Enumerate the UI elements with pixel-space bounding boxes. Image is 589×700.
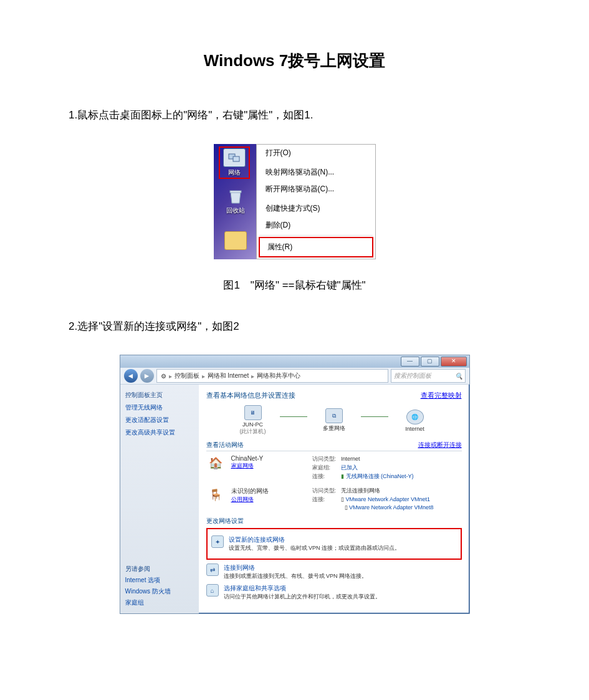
svg-rect-1 [233,156,239,161]
trash-icon [225,188,246,205]
figure-1: 网络 回收站 打开(O) 映射网络驱动器(N)... 断开网络驱动器(C)... [69,144,520,259]
adapter-icon: ▯ [345,504,348,511]
page-title: Windows 7拨号上网设置 [69,50,520,72]
sidebar-link-homegroup[interactable]: 家庭组 [125,598,194,607]
menu-properties-highlight: 属性(R) [259,237,373,257]
connect-disconnect-link[interactable]: 连接或断开连接 [418,441,462,449]
connection-value-1[interactable]: VMware Network Adapter VMnet1 [346,496,431,502]
homegroup-value[interactable]: 已加入 [341,464,358,471]
step-1-text: 1.鼠标点击桌面图标上的"网络"，右键"属性"，如图1. [69,106,520,125]
minimize-button[interactable]: — [401,357,419,367]
highlighted-action-box: ✦ 设置新的连接或网络 设置无线、宽带、拨号、临时或 VPN 连接；或设置路由器… [206,528,462,560]
access-label: 访问类型: [312,455,340,463]
content-heading: 查看基本网络信息并设置连接 [206,391,295,400]
network-map: 🖥 JUN-PC (此计算机) ⧉ 多重网络 🌐 Internet [206,405,462,436]
close-button[interactable]: ✕ [441,357,467,367]
view-full-map-link[interactable]: 查看完整映射 [421,391,462,400]
network-name: ChinaNet-Y [231,455,306,462]
menu-create-shortcut[interactable]: 创建快捷方式(S) [257,200,375,217]
network-icon [223,148,246,167]
adapter-icon: ▯ [341,496,344,502]
crumb-control-panel[interactable]: 控制面板 [175,372,199,380]
network-row-unidentified: 🪑 未识别的网络 公用网络 访问类型: 无法连接到网络 连接: ▯ VMware… [206,487,462,511]
sidebar-header: 控制面板主页 [125,391,194,400]
network-line [361,416,388,418]
address-bar: ◄ ► ⚙ ▸ 控制面板 ▸ 网络和 Internet ▸ 网络和共享中心 搜索… [120,368,469,385]
connection-value-2[interactable]: VMware Network Adapter VMnet8 [349,504,434,511]
node-pc-sublabel: (此计算机) [240,428,266,436]
menu-open[interactable]: 打开(O) [257,145,375,161]
action-title: 设置新的连接或网络 [229,535,401,544]
node-multi-label: 多重网络 [323,424,345,433]
network-line [280,416,307,418]
crumb-network-internet[interactable]: 网络和 Internet [208,372,249,380]
homegroup-icon: ⌂ [206,584,219,597]
recycle-bin-icon[interactable]: 回收站 [220,188,251,215]
node-pc-label: JUN-PC [242,421,263,428]
search-icon: 🔍 [455,373,462,380]
sidebar-see-also: 另请参阅 [125,565,194,573]
change-settings-header: 更改网络设置 [206,517,462,525]
context-menu: 打开(O) 映射网络驱动器(N)... 断开网络驱动器(C)... 创建快捷方式… [256,144,376,259]
menu-delete[interactable]: 删除(D) [257,217,375,234]
nav-back-button[interactable]: ◄ [124,369,138,383]
action-homegroup-sharing[interactable]: ⌂ 选择家庭组和共享选项 访问位于其他网络计算机上的文件和打印机，或更改共享设置… [206,584,462,601]
maximize-button[interactable]: ▢ [421,357,439,367]
action-title: 选择家庭组和共享选项 [224,584,381,593]
svg-rect-2 [230,191,241,193]
network-row-chinanet: 🏠 ChinaNet-Y 家庭网络 访问类型: Internet 家庭组: 已加… [206,455,462,481]
sidebar-link-wireless[interactable]: 管理无线网络 [125,403,194,412]
action-desc: 连接到或重新连接到无线、有线、拨号或 VPN 网络连接。 [224,572,368,580]
network-icon-label: 网络 [228,168,241,177]
action-desc: 访问位于其他网络计算机上的文件和打印机，或更改共享设置。 [224,593,381,601]
menu-map-drive[interactable]: 映射网络驱动器(N)... [257,164,375,181]
action-setup-new-connection[interactable]: ✦ 设置新的连接或网络 设置无线、宽带、拨号、临时或 VPN 连接；或设置路由器… [211,535,457,552]
control-panel-icon: ⚙ [161,373,166,380]
setup-connection-icon: ✦ [211,535,224,548]
network-type-link[interactable]: 公用网络 [231,496,254,502]
network-desktop-icon[interactable]: 网络 [219,146,250,179]
node-internet-label: Internet [405,426,424,432]
access-label: 访问类型: [312,487,340,495]
search-placeholder: 搜索控制面板 [394,372,431,380]
figure-1-caption: 图1 "网络" ==鼠标右键"属性" [69,278,520,292]
network-type-link[interactable]: 家庭网络 [231,463,254,469]
menu-disconnect-drive[interactable]: 断开网络驱动器(C)... [257,181,375,198]
content-panel: 查看基本网络信息并设置连接 查看完整映射 🖥 JUN-PC (此计算机) ⧉ 多… [199,385,469,613]
breadcrumb[interactable]: ⚙ ▸ 控制面板 ▸ 网络和 Internet ▸ 网络和共享中心 [156,369,388,383]
connection-value[interactable]: 无线网络连接 (ChinaNet-Y) [346,473,414,479]
desktop-background: 网络 回收站 [214,144,256,259]
active-networks-header: 查看活动网络 [206,441,244,449]
sidebar-link-sharing[interactable]: 更改高级共享设置 [125,428,194,437]
recycle-bin-label: 回收站 [226,206,245,215]
sidebar-link-adapters[interactable]: 更改适配器设置 [125,416,194,424]
connection-label: 连接: [312,496,340,504]
folder-glyph-icon [224,231,247,250]
sidebar-link-internet-options[interactable]: Internet 选项 [125,576,194,585]
node-multi-network: ⧉ 多重网络 [312,408,356,433]
multinet-icon: ⧉ [325,408,343,423]
menu-properties[interactable]: 属性(R) [260,238,372,256]
home-network-icon: 🏠 [206,455,225,471]
action-connect-to-network[interactable]: ⇄ 连接到网络 连接到或重新连接到无线、有线、拨号或 VPN 网络连接。 [206,563,462,580]
sidebar: 控制面板主页 管理无线网络 更改适配器设置 更改高级共享设置 另请参阅 Inte… [120,385,199,613]
menu-separator [259,235,373,236]
action-desc: 设置无线、宽带、拨号、临时或 VPN 连接；或设置路由器或访问点。 [229,544,401,552]
action-title: 连接到网络 [224,563,368,572]
folder-icon[interactable] [220,231,251,250]
search-input[interactable]: 搜索控制面板 🔍 [391,369,466,383]
sidebar-link-firewall[interactable]: Windows 防火墙 [125,587,194,596]
window-titlebar: — ▢ ✕ [120,355,469,368]
crumb-sharing-center[interactable]: 网络和共享中心 [257,372,300,380]
connect-icon: ⇄ [206,563,219,576]
access-value: Internet [341,456,360,462]
node-this-pc: 🖥 JUN-PC (此计算机) [231,405,275,436]
access-value: 无法连接到网络 [341,487,380,494]
signal-icon: ▮ [341,473,344,479]
nav-forward-button[interactable]: ► [140,369,154,383]
connection-label: 连接: [312,472,340,481]
figure-2: — ▢ ✕ ◄ ► ⚙ ▸ 控制面板 ▸ 网络和 Internet ▸ 网络和共… [69,355,520,614]
network-sharing-window: — ▢ ✕ ◄ ► ⚙ ▸ 控制面板 ▸ 网络和 Internet ▸ 网络和共… [120,355,470,614]
network-name: 未识别的网络 [231,487,306,496]
node-internet: 🌐 Internet [393,410,437,432]
